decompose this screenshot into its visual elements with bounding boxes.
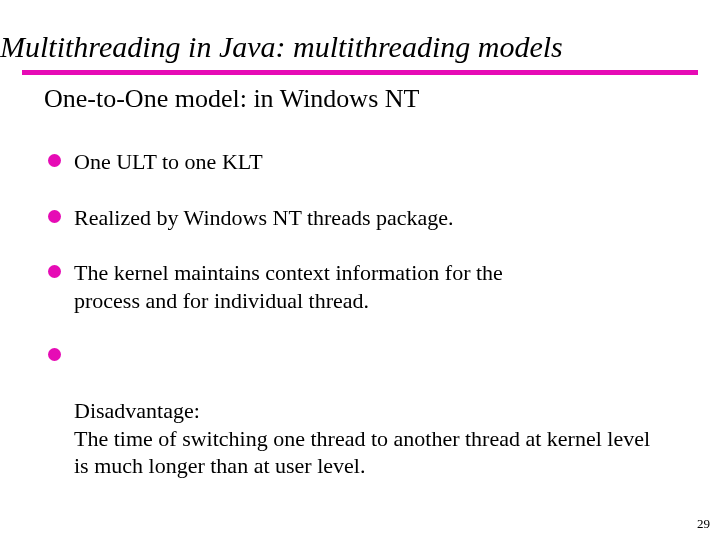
bullet-icon	[48, 348, 61, 361]
list-item: Realized by Windows NT threads package.	[48, 204, 678, 232]
bullet-icon	[48, 154, 61, 167]
slide-title: Multithreading in Java: multithreading m…	[0, 30, 563, 64]
bullet-icon	[48, 265, 61, 278]
title-underline	[22, 70, 698, 75]
bullet-list: One ULT to one KLT Realized by Windows N…	[48, 124, 678, 480]
list-item-text: Disadvantage: The time of switching one …	[74, 398, 650, 478]
list-item-text: The kernel maintains context information…	[74, 260, 503, 313]
page-number: 29	[697, 516, 710, 532]
bullet-icon	[48, 210, 61, 223]
list-item: Disadvantage: The time of switching one …	[48, 342, 664, 480]
slide-subtitle: One-to-One model: in Windows NT	[44, 84, 419, 114]
list-item: The kernel maintains context information…	[48, 259, 554, 314]
list-item-text: Realized by Windows NT threads package.	[74, 205, 454, 230]
list-item: One ULT to one KLT	[48, 148, 678, 176]
list-item-text: One ULT to one KLT	[74, 149, 263, 174]
slide: Multithreading in Java: multithreading m…	[0, 0, 720, 540]
